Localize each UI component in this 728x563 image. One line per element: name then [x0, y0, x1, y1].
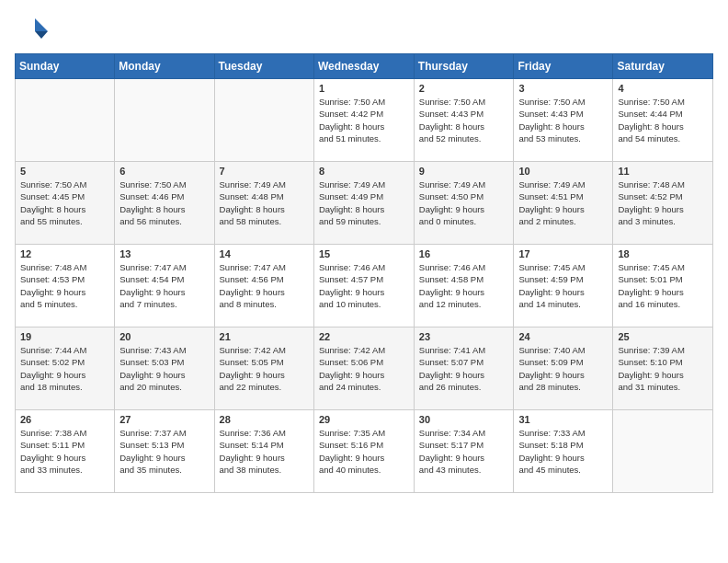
calendar-week-1: 1Sunrise: 7:50 AM Sunset: 4:42 PM Daylig… — [16, 79, 713, 162]
svg-marker-0 — [35, 18, 48, 31]
day-number: 6 — [119, 166, 209, 177]
day-info: Sunrise: 7:45 AM Sunset: 5:01 PM Dayligh… — [618, 261, 708, 310]
calendar-cell: 27Sunrise: 7:37 AM Sunset: 5:13 PM Dayli… — [115, 410, 214, 493]
calendar-cell — [16, 79, 115, 162]
day-info: Sunrise: 7:36 AM Sunset: 5:14 PM Dayligh… — [220, 427, 309, 476]
day-number: 7 — [220, 166, 309, 177]
day-info: Sunrise: 7:45 AM Sunset: 4:59 PM Dayligh… — [518, 261, 608, 310]
calendar-cell: 25Sunrise: 7:39 AM Sunset: 5:10 PM Dayli… — [613, 327, 713, 410]
day-info: Sunrise: 7:41 AM Sunset: 5:07 PM Dayligh… — [419, 344, 509, 393]
day-info: Sunrise: 7:49 AM Sunset: 4:50 PM Dayligh… — [419, 178, 509, 227]
day-info: Sunrise: 7:50 AM Sunset: 4:43 PM Dayligh… — [518, 96, 608, 144]
day-number: 24 — [518, 331, 608, 342]
svg-marker-1 — [35, 31, 48, 39]
day-number: 22 — [319, 331, 409, 342]
calendar-cell: 7Sunrise: 7:49 AM Sunset: 4:48 PM Daylig… — [214, 162, 313, 245]
day-info: Sunrise: 7:44 AM Sunset: 5:02 PM Dayligh… — [20, 344, 109, 393]
day-number: 31 — [518, 414, 608, 425]
day-info: Sunrise: 7:46 AM Sunset: 4:58 PM Dayligh… — [419, 261, 509, 310]
day-number: 28 — [220, 414, 309, 425]
calendar-cell: 23Sunrise: 7:41 AM Sunset: 5:07 PM Dayli… — [414, 327, 514, 410]
day-number: 16 — [419, 248, 509, 259]
calendar-cell: 12Sunrise: 7:48 AM Sunset: 4:53 PM Dayli… — [16, 245, 115, 327]
day-number: 27 — [119, 414, 209, 425]
day-info: Sunrise: 7:42 AM Sunset: 5:05 PM Dayligh… — [220, 344, 309, 393]
day-info: Sunrise: 7:33 AM Sunset: 5:18 PM Dayligh… — [518, 427, 608, 476]
day-info: Sunrise: 7:49 AM Sunset: 4:49 PM Dayligh… — [319, 178, 409, 227]
day-info: Sunrise: 7:47 AM Sunset: 4:54 PM Dayligh… — [119, 261, 209, 310]
calendar-cell: 19Sunrise: 7:44 AM Sunset: 5:02 PM Dayli… — [16, 327, 115, 410]
day-number: 15 — [319, 248, 409, 259]
calendar-week-3: 12Sunrise: 7:48 AM Sunset: 4:53 PM Dayli… — [16, 245, 713, 327]
weekday-header-monday: Monday — [115, 54, 214, 79]
calendar-cell: 16Sunrise: 7:46 AM Sunset: 4:58 PM Dayli… — [414, 245, 514, 327]
weekday-header-friday: Friday — [514, 54, 613, 79]
day-info: Sunrise: 7:49 AM Sunset: 4:48 PM Dayligh… — [220, 178, 309, 227]
calendar-cell: 18Sunrise: 7:45 AM Sunset: 5:01 PM Dayli… — [613, 245, 713, 327]
calendar-cell: 22Sunrise: 7:42 AM Sunset: 5:06 PM Dayli… — [313, 327, 414, 410]
day-number: 11 — [618, 166, 708, 177]
day-info: Sunrise: 7:39 AM Sunset: 5:10 PM Dayligh… — [618, 344, 708, 393]
day-number: 2 — [419, 83, 509, 94]
logo — [15, 9, 51, 46]
day-info: Sunrise: 7:50 AM Sunset: 4:43 PM Dayligh… — [419, 96, 509, 144]
calendar-cell: 13Sunrise: 7:47 AM Sunset: 4:54 PM Dayli… — [115, 245, 214, 327]
calendar-week-2: 5Sunrise: 7:50 AM Sunset: 4:45 PM Daylig… — [16, 162, 713, 245]
day-number: 30 — [419, 414, 509, 425]
calendar-cell — [214, 79, 313, 162]
weekday-header-tuesday: Tuesday — [214, 54, 313, 79]
calendar-cell: 15Sunrise: 7:46 AM Sunset: 4:57 PM Dayli… — [313, 245, 414, 327]
calendar-cell: 6Sunrise: 7:50 AM Sunset: 4:46 PM Daylig… — [115, 162, 214, 245]
day-info: Sunrise: 7:50 AM Sunset: 4:42 PM Dayligh… — [319, 96, 409, 144]
calendar-cell: 4Sunrise: 7:50 AM Sunset: 4:44 PM Daylig… — [613, 79, 713, 162]
calendar-cell: 10Sunrise: 7:49 AM Sunset: 4:51 PM Dayli… — [514, 162, 613, 245]
day-info: Sunrise: 7:50 AM Sunset: 4:45 PM Dayligh… — [20, 178, 109, 227]
calendar-cell: 1Sunrise: 7:50 AM Sunset: 4:42 PM Daylig… — [313, 79, 414, 162]
day-number: 18 — [618, 248, 708, 259]
day-info: Sunrise: 7:40 AM Sunset: 5:09 PM Dayligh… — [518, 344, 608, 393]
day-number: 26 — [20, 414, 109, 425]
header — [15, 9, 713, 46]
day-info: Sunrise: 7:50 AM Sunset: 4:44 PM Dayligh… — [618, 96, 708, 144]
calendar-cell: 28Sunrise: 7:36 AM Sunset: 5:14 PM Dayli… — [214, 410, 313, 493]
weekday-header-saturday: Saturday — [613, 54, 713, 79]
day-number: 29 — [319, 414, 409, 425]
calendar-cell: 31Sunrise: 7:33 AM Sunset: 5:18 PM Dayli… — [514, 410, 613, 493]
calendar-cell: 11Sunrise: 7:48 AM Sunset: 4:52 PM Dayli… — [613, 162, 713, 245]
calendar-cell: 9Sunrise: 7:49 AM Sunset: 4:50 PM Daylig… — [414, 162, 514, 245]
calendar-cell: 17Sunrise: 7:45 AM Sunset: 4:59 PM Dayli… — [514, 245, 613, 327]
day-info: Sunrise: 7:38 AM Sunset: 5:11 PM Dayligh… — [20, 427, 109, 476]
day-number: 23 — [419, 331, 509, 342]
calendar-cell: 26Sunrise: 7:38 AM Sunset: 5:11 PM Dayli… — [16, 410, 115, 493]
day-info: Sunrise: 7:47 AM Sunset: 4:56 PM Dayligh… — [220, 261, 309, 310]
day-info: Sunrise: 7:46 AM Sunset: 4:57 PM Dayligh… — [319, 261, 409, 310]
logo-icon — [15, 13, 48, 46]
day-info: Sunrise: 7:43 AM Sunset: 5:03 PM Dayligh… — [119, 344, 209, 393]
day-info: Sunrise: 7:42 AM Sunset: 5:06 PM Dayligh… — [319, 344, 409, 393]
calendar-table: SundayMondayTuesdayWednesdayThursdayFrid… — [15, 53, 713, 493]
calendar-cell: 14Sunrise: 7:47 AM Sunset: 4:56 PM Dayli… — [214, 245, 313, 327]
weekday-header-wednesday: Wednesday — [313, 54, 414, 79]
day-number: 3 — [518, 83, 608, 94]
calendar-cell: 21Sunrise: 7:42 AM Sunset: 5:05 PM Dayli… — [214, 327, 313, 410]
day-number: 8 — [319, 166, 409, 177]
day-number: 20 — [119, 331, 209, 342]
day-number: 17 — [518, 248, 608, 259]
day-info: Sunrise: 7:34 AM Sunset: 5:17 PM Dayligh… — [419, 427, 509, 476]
calendar-cell: 30Sunrise: 7:34 AM Sunset: 5:17 PM Dayli… — [414, 410, 514, 493]
day-number: 14 — [220, 248, 309, 259]
day-info: Sunrise: 7:48 AM Sunset: 4:53 PM Dayligh… — [20, 261, 109, 310]
calendar-cell: 29Sunrise: 7:35 AM Sunset: 5:16 PM Dayli… — [313, 410, 414, 493]
weekday-header-thursday: Thursday — [414, 54, 514, 79]
day-info: Sunrise: 7:35 AM Sunset: 5:16 PM Dayligh… — [319, 427, 409, 476]
day-info: Sunrise: 7:50 AM Sunset: 4:46 PM Dayligh… — [119, 178, 209, 227]
calendar-cell: 8Sunrise: 7:49 AM Sunset: 4:49 PM Daylig… — [313, 162, 414, 245]
page: SundayMondayTuesdayWednesdayThursdayFrid… — [0, 0, 728, 508]
day-number: 10 — [518, 166, 608, 177]
calendar-cell — [613, 410, 713, 493]
calendar-cell: 3Sunrise: 7:50 AM Sunset: 4:43 PM Daylig… — [514, 79, 613, 162]
weekday-header-sunday: Sunday — [16, 54, 115, 79]
day-info: Sunrise: 7:48 AM Sunset: 4:52 PM Dayligh… — [618, 178, 708, 227]
day-number: 13 — [119, 248, 209, 259]
day-number: 25 — [618, 331, 708, 342]
